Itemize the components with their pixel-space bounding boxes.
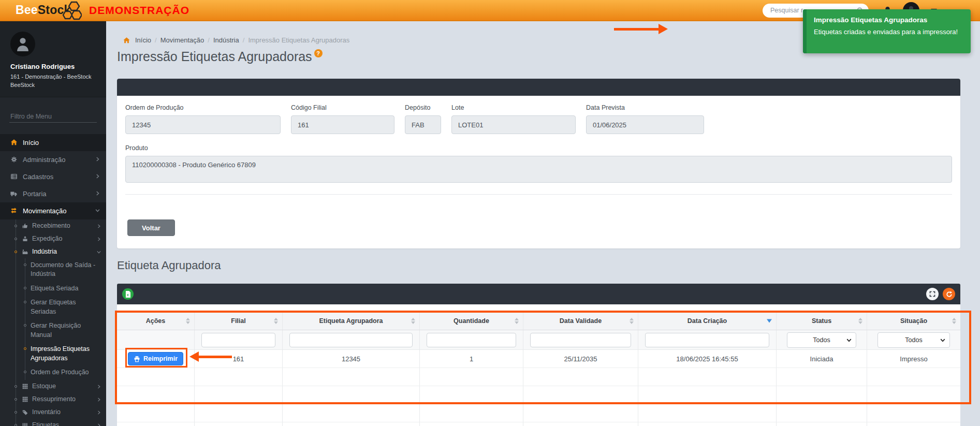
toast-title: Impressão Etiquetas Agrupadoras [814, 16, 963, 24]
chevron-right-icon [95, 173, 100, 179]
sidebar-item-industria[interactable]: Indústria [16, 245, 106, 258]
breadcrumb-inicio[interactable]: Início [135, 36, 151, 44]
sidebar-item-ressuprimento[interactable]: Ressuprimento [16, 393, 106, 406]
help-icon[interactable]: ? [314, 49, 323, 57]
logo-bee-text: Bee [16, 3, 38, 17]
column-header-situacao[interactable]: Situação [867, 312, 960, 330]
breadcrumb-industria[interactable]: Indústria [213, 36, 239, 44]
bullet-icon [14, 411, 17, 414]
table-empty-row [117, 404, 960, 422]
column-header-etiqueta-agrupadora[interactable]: Etiqueta Agrupadora [283, 312, 420, 330]
ordem-producao-field[interactable]: 12345 [125, 115, 281, 134]
sidebar-item-estoque[interactable]: Estoque [16, 380, 106, 393]
sidebar-item-etiquetas[interactable]: Etiquetas [16, 419, 106, 426]
chevron-right-icon [95, 190, 100, 196]
sort-icon[interactable] [858, 318, 862, 324]
menu-filter [0, 97, 106, 130]
sort-icon[interactable] [515, 318, 519, 324]
produto-field[interactable]: 110200000308 - Produto Genérico 67809 [125, 156, 952, 183]
data-prevista-field[interactable]: 01/06/2025 [586, 115, 704, 134]
codigo-filial-field[interactable]: 161 [291, 115, 394, 134]
column-header-data-validade[interactable]: Data Validade [523, 312, 638, 330]
deposito-field[interactable]: FAB [405, 115, 441, 134]
sort-icon[interactable] [274, 318, 278, 324]
chevron-right-icon [96, 237, 101, 242]
grid-icon [21, 396, 29, 403]
grid-icon [21, 383, 29, 390]
sort-desc-icon[interactable] [767, 319, 772, 322]
column-header-acoes[interactable]: Ações [117, 312, 195, 330]
sidebar-item-label: Impressão Etiquetas Agrupadoras [31, 345, 102, 363]
lote-field[interactable]: LOTE01 [451, 115, 576, 134]
column-header-filial[interactable]: Filial [195, 312, 283, 330]
sidebar-item-cadastros[interactable]: Cadastros [0, 168, 106, 185]
sidebar-item-administracao[interactable]: Administração [0, 151, 106, 168]
sidebar-item-label: Portaria [23, 190, 47, 198]
reimprimir-button[interactable]: Reimprimir [128, 352, 183, 365]
home-icon[interactable] [123, 37, 130, 44]
column-header-quantidade[interactable]: Quantidade [420, 312, 523, 330]
sidebar-item-portaria[interactable]: Portaria [0, 185, 106, 202]
bullet-icon [24, 324, 26, 327]
sidebar-item-label: Expedição [32, 234, 62, 243]
table-header-row: Ações Filial Etiqueta Agrupadora Quantid… [117, 312, 960, 330]
breadcrumb-movimentacao[interactable]: Movimentação [160, 36, 204, 44]
environment-label: DEMONSTRAÇÃO [89, 4, 189, 17]
bullet-icon [14, 238, 17, 240]
home-icon [9, 139, 18, 146]
data-criacao-filter-input[interactable] [645, 333, 769, 347]
annotation-arrow-toast [614, 28, 660, 31]
bullet-icon [24, 347, 26, 350]
filter-cell [420, 330, 523, 349]
voltar-button[interactable]: Voltar [127, 219, 175, 236]
sort-icon[interactable] [952, 318, 956, 324]
fullscreen-expand-icon[interactable] [926, 288, 939, 300]
data-validade-filter-input[interactable] [530, 333, 631, 347]
industria-submenu: Documento de Saída - Indústria Etiqueta … [25, 258, 106, 380]
sidebar-item-label: Ressuprimento [32, 395, 76, 404]
sidebar-item-label: Ordem de Produção [31, 368, 89, 377]
section-title: Etiqueta Agrupadora [117, 259, 221, 272]
sidebar-item-inventario[interactable]: Inventário [16, 406, 106, 419]
sidebar-item-label: Indústria [32, 247, 57, 256]
export-excel-icon[interactable]: x [122, 288, 134, 300]
table-empty-row [117, 422, 960, 426]
etiqueta-agrupadora-filter-input[interactable] [289, 333, 413, 347]
status-filter-select[interactable]: Todos [787, 332, 856, 348]
transfer-arrows-icon [9, 207, 18, 214]
bullet-icon [14, 385, 17, 388]
sidebar-item-movimentacao[interactable]: Movimentação [0, 202, 106, 219]
sidebar-item-recebimento[interactable]: Recebimento [16, 219, 106, 232]
sidebar-item-gerar-etiquetas-seriadas[interactable]: Gerar Etiquetas Seriadas [25, 296, 106, 319]
sidebar-item-ordem-de-producao[interactable]: Ordem de Produção [25, 365, 106, 380]
bullet-icon [14, 424, 17, 426]
sidebar-avatar[interactable] [10, 32, 35, 56]
sidebar-item-etiqueta-seriada[interactable]: Etiqueta Seriada [25, 282, 106, 296]
success-toast[interactable]: Impressão Etiquetas Agrupadoras Etiqueta… [803, 9, 971, 53]
sidebar-item-gerar-requisicao-manual[interactable]: Gerar Requisição Manual [25, 319, 106, 342]
sidebar-item-label: Administração [23, 156, 65, 164]
field-label: Data Prevista [586, 104, 704, 111]
chevron-right-icon [96, 397, 101, 402]
filter-cell-empty [117, 330, 195, 349]
menu-filter-input[interactable] [9, 111, 97, 123]
column-header-data-criacao[interactable]: Data Criação [638, 312, 777, 330]
bullet-icon [24, 371, 26, 373]
situacao-filter-select[interactable]: Todos [877, 332, 950, 348]
refresh-icon[interactable] [943, 288, 955, 300]
filial-filter-input[interactable] [201, 333, 275, 347]
quantidade-filter-input[interactable] [427, 333, 516, 347]
thumbs-up-icon [21, 223, 29, 229]
column-header-status[interactable]: Status [777, 312, 867, 330]
sidebar-item-impressao-etiquetas-agrupadoras[interactable]: Impressão Etiquetas Agrupadoras [25, 342, 106, 365]
sort-icon[interactable] [411, 318, 415, 324]
bullet-icon [14, 225, 17, 227]
sidebar-item-documento-saida-industria[interactable]: Documento de Saída - Indústria [25, 258, 106, 282]
chevron-down-icon [95, 208, 100, 213]
sidebar-item-inicio[interactable]: Início [0, 134, 106, 151]
sort-icon[interactable] [186, 318, 190, 324]
bullet-icon [14, 398, 17, 401]
sort-icon[interactable] [630, 318, 634, 324]
honeycomb-logo-icon [60, 1, 82, 21]
sidebar-item-expedicao[interactable]: Expedição [16, 232, 106, 245]
